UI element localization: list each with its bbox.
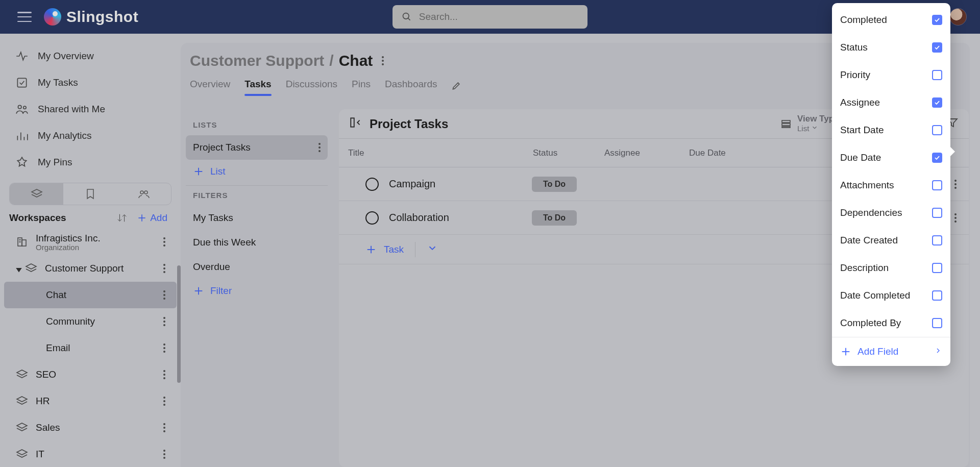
- checkbox[interactable]: [932, 235, 942, 245]
- workspace-label: Customer Support: [45, 263, 124, 274]
- nav-shared[interactable]: Shared with Me: [0, 96, 181, 122]
- add-workspace-button[interactable]: Add: [133, 210, 172, 226]
- sort-icon[interactable]: [116, 212, 128, 224]
- status-badge[interactable]: To Do: [532, 210, 577, 226]
- tab-dashboards[interactable]: Dashboards: [385, 79, 437, 95]
- svg-rect-30: [782, 124, 790, 126]
- field-option[interactable]: Start Date: [832, 116, 950, 144]
- field-option[interactable]: Date Completed: [832, 282, 950, 309]
- pin-icon: [15, 156, 29, 169]
- add-list-button[interactable]: List: [186, 160, 328, 183]
- add-field-button[interactable]: Add Field: [832, 337, 950, 366]
- nav-pins[interactable]: My Pins: [0, 149, 181, 176]
- breadcrumb-more-icon[interactable]: [382, 56, 384, 65]
- filter-my-tasks[interactable]: My Tasks: [186, 206, 328, 230]
- col-assignee[interactable]: Assignee: [604, 148, 689, 158]
- complete-toggle[interactable]: [365, 211, 379, 225]
- channel-community[interactable]: Community: [0, 308, 181, 335]
- col-status[interactable]: Status: [533, 148, 604, 158]
- workspace-sales[interactable]: Sales: [0, 414, 181, 441]
- col-due-date[interactable]: Due Date: [689, 148, 842, 158]
- workspace-more-icon[interactable]: [163, 264, 165, 273]
- field-option[interactable]: Status: [832, 34, 950, 61]
- global-search[interactable]: [393, 5, 587, 29]
- workspace-hr[interactable]: HR: [0, 388, 181, 414]
- add-filter-button[interactable]: Filter: [186, 279, 328, 303]
- checkbox[interactable]: [932, 153, 942, 163]
- workspace-seo[interactable]: SEO: [0, 361, 181, 388]
- field-option[interactable]: Completed By: [832, 309, 950, 337]
- expand-icon[interactable]: [15, 265, 22, 272]
- list-project-tasks[interactable]: Project Tasks: [186, 135, 328, 160]
- list-more-icon[interactable]: [318, 143, 321, 152]
- nav-my-tasks[interactable]: My Tasks: [0, 69, 181, 96]
- org-more-icon[interactable]: [163, 237, 165, 247]
- collapse-sidebar-button[interactable]: [349, 116, 362, 132]
- workspaces-label: Workspaces: [9, 212, 111, 224]
- workspace-it[interactable]: IT: [0, 441, 181, 467]
- sidebar-scrollbar[interactable]: [177, 265, 181, 383]
- channel-more-icon[interactable]: [163, 317, 165, 326]
- field-option[interactable]: Description: [832, 254, 950, 282]
- checkbox[interactable]: [932, 15, 942, 25]
- sidebar-tab-members[interactable]: [117, 183, 171, 205]
- channel-more-icon[interactable]: [163, 343, 165, 353]
- field-option[interactable]: Date Created: [832, 227, 950, 254]
- workspace-more-icon[interactable]: [163, 450, 165, 459]
- checkbox[interactable]: [932, 125, 942, 135]
- nav-my-overview[interactable]: My Overview: [0, 43, 181, 69]
- filter-due-this-week[interactable]: Due this Week: [186, 230, 328, 255]
- workspace-more-icon[interactable]: [163, 370, 165, 379]
- app-logo[interactable]: Slingshot: [44, 8, 138, 26]
- workspace-org[interactable]: Infragistics Inc. Organization: [0, 229, 181, 255]
- add-task-dropdown[interactable]: [427, 242, 438, 256]
- tab-pins[interactable]: Pins: [352, 79, 371, 95]
- edit-tabs-button[interactable]: [451, 81, 461, 93]
- field-option[interactable]: Assignee: [832, 89, 950, 116]
- checkbox[interactable]: [932, 208, 942, 218]
- channel-email[interactable]: Email: [0, 335, 181, 361]
- channel-label: Community: [46, 316, 95, 327]
- checkbox[interactable]: [932, 97, 942, 108]
- breadcrumb-parent[interactable]: Customer Support: [190, 52, 324, 69]
- checkbox[interactable]: [932, 263, 942, 273]
- checkbox[interactable]: [932, 180, 942, 190]
- view-type-selector[interactable]: View Type List: [780, 114, 839, 133]
- complete-toggle[interactable]: [365, 178, 379, 191]
- search-input[interactable]: [419, 11, 578, 22]
- filters-section-label: FILTERS: [193, 191, 323, 200]
- channel-chat[interactable]: Chat: [4, 282, 177, 308]
- sidebar-tab-bookmarks[interactable]: [63, 183, 117, 205]
- field-option-label: Completed By: [840, 317, 901, 329]
- workspace-more-icon[interactable]: [163, 423, 165, 432]
- checkbox[interactable]: [932, 42, 942, 53]
- tab-discussions[interactable]: Discussions: [286, 79, 337, 95]
- nav-analytics[interactable]: My Analytics: [0, 122, 181, 149]
- row-more-icon[interactable]: [954, 180, 957, 189]
- field-option[interactable]: Dependencies: [832, 199, 950, 227]
- channel-more-icon[interactable]: [163, 290, 165, 300]
- sidebar-tab-workspaces[interactable]: [10, 183, 63, 205]
- checkbox[interactable]: [932, 70, 942, 80]
- status-badge[interactable]: To Do: [532, 177, 577, 192]
- field-option[interactable]: Priority: [832, 61, 950, 89]
- checkbox[interactable]: [932, 290, 942, 301]
- user-avatar[interactable]: [949, 8, 967, 26]
- workspace-label: IT: [36, 449, 44, 460]
- workspace-customer-support[interactable]: Customer Support: [0, 255, 181, 282]
- tab-overview[interactable]: Overview: [190, 79, 230, 95]
- tab-tasks[interactable]: Tasks: [244, 79, 271, 95]
- filter-overdue[interactable]: Overdue: [186, 255, 328, 279]
- field-option[interactable]: Completed: [832, 6, 950, 34]
- field-option[interactable]: Due Date: [832, 144, 950, 171]
- menu-hamburger[interactable]: [17, 12, 32, 22]
- add-task-label: Task: [384, 244, 404, 255]
- checkbox[interactable]: [932, 318, 942, 328]
- workspace-more-icon[interactable]: [163, 397, 165, 406]
- svg-line-1: [408, 18, 410, 20]
- channel-label: Email: [46, 342, 70, 354]
- workspace-label: Sales: [36, 422, 60, 433]
- row-more-icon[interactable]: [954, 213, 957, 223]
- field-option[interactable]: Attachments: [832, 171, 950, 199]
- col-title[interactable]: Title: [339, 148, 533, 158]
